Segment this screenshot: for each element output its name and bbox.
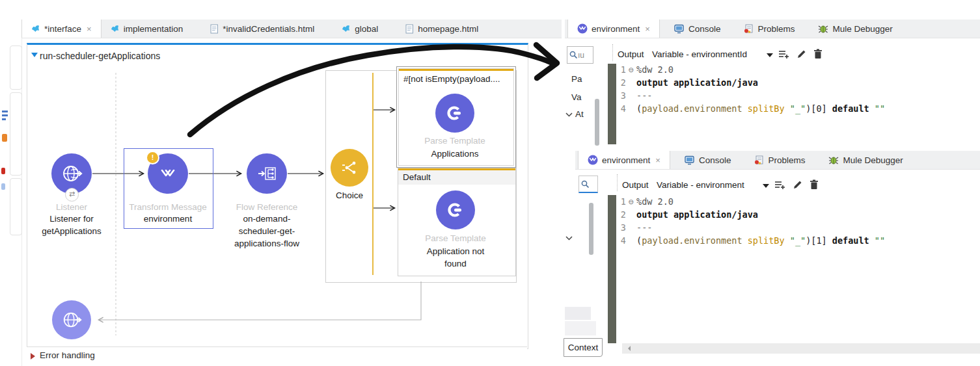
parse-template-component[interactable] (435, 94, 474, 133)
context-tab[interactable]: Context (564, 338, 603, 357)
parse-template-icon (444, 102, 466, 124)
component-type-label: Parse Template (422, 136, 487, 146)
when-condition-label: #[not isEmpty(payload.... (403, 74, 500, 84)
route-accent-bar (399, 69, 513, 71)
parse-template-when-inner: #[not isEmpty(payload.... Parse Template… (398, 68, 514, 166)
flow-reference-component[interactable] (247, 153, 287, 194)
globe-arrow-icon (60, 162, 83, 185)
choice-icon (339, 157, 360, 178)
component-type-label: Parse Template (423, 233, 488, 243)
flow-reference-icon (256, 163, 278, 185)
default-route-header: Default (398, 170, 515, 185)
choice-component[interactable] (331, 149, 368, 187)
error-handling-section[interactable]: Error handling (27, 346, 527, 366)
parse-template-component[interactable] (436, 190, 475, 229)
parse-template-icon (444, 199, 467, 221)
parse-template-default-box[interactable]: Default Parse Template Application not f… (398, 168, 516, 276)
parse-template-when-box[interactable]: #[not isEmpty(payload.... Parse Template… (396, 66, 516, 168)
response-endpoint-component[interactable] (52, 300, 91, 339)
anypoint-studio-window: *interface × implementation *invalidCred… (0, 0, 980, 366)
expand-triangle-icon[interactable] (31, 353, 35, 359)
globe-arrow-icon (61, 309, 83, 331)
warning-badge-icon: ! (146, 151, 159, 164)
component-name-label: Application not found (423, 246, 488, 270)
response-badge-icon: ⇄ (65, 188, 79, 202)
component-name-label: Applications (422, 148, 487, 161)
error-handling-label: Error handling (40, 350, 95, 360)
dataweave-icon (157, 163, 179, 185)
